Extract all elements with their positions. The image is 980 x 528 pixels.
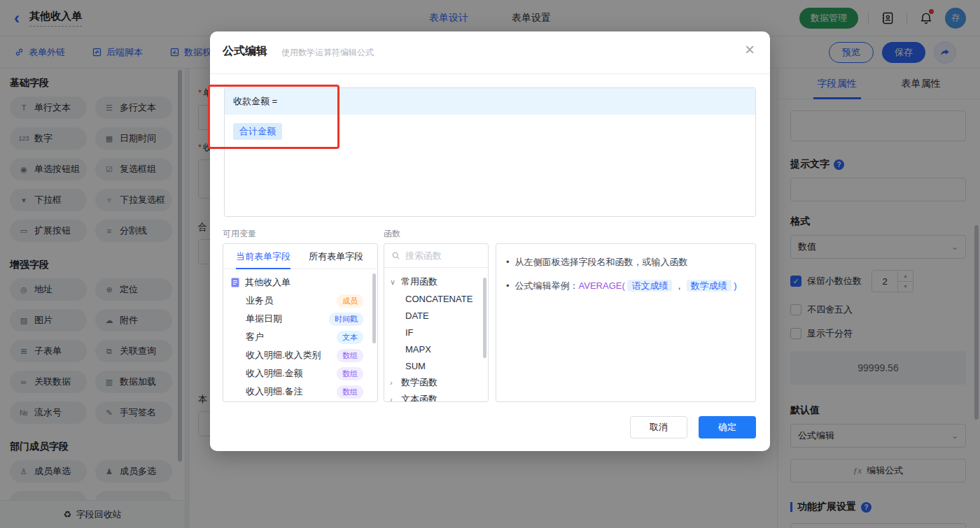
- variable-name: 收入明细.收入类别: [246, 349, 321, 362]
- type-tag: 成员: [337, 294, 363, 308]
- variable-root-row[interactable]: 其他收入单: [230, 273, 372, 292]
- tip-text: 从左侧面板选择字段名和函数，或输入函数: [515, 255, 688, 269]
- function-item[interactable]: CONCATENATE: [390, 290, 484, 307]
- functions-tree: ∨ 常用函数 CONCATENATE DATE IF MAPX SUM › 数学…: [384, 268, 488, 402]
- formula-target: 收款金额 =: [233, 95, 277, 108]
- function-item[interactable]: MAPX: [390, 341, 484, 357]
- example-field-chip: 语文成绩: [627, 280, 672, 292]
- formula-field-chip[interactable]: 合计金额: [233, 123, 282, 140]
- form-doc-icon: [230, 278, 240, 287]
- chevron-down-icon: ∨: [390, 278, 397, 287]
- modal-footer: 取消 确定: [630, 416, 756, 438]
- example-function: AVERAGE(: [579, 280, 625, 291]
- type-tag: 文本: [337, 331, 363, 344]
- variables-label: 可用变量: [223, 228, 256, 240]
- functions-label: 函数: [384, 228, 400, 240]
- variable-name: 其他收入单: [245, 276, 290, 289]
- formula-editor-modal: 公式编辑 使用数学运算符编辑公式 × 收款金额 = 合计金额 可用变量 函数 当…: [210, 31, 770, 451]
- function-group-text[interactable]: › 文本函数: [390, 391, 484, 402]
- variable-row[interactable]: 收入明细.金额 数组: [230, 364, 372, 383]
- function-item[interactable]: SUM: [390, 357, 484, 374]
- variables-tabs: 当前表单字段 所有表单字段: [223, 244, 377, 269]
- modal-subtitle: 使用数学运算符编辑公式: [281, 47, 374, 59]
- tab-current-form-fields[interactable]: 当前表单字段: [236, 244, 290, 269]
- function-group-common[interactable]: ∨ 常用函数: [390, 273, 484, 290]
- function-group-math[interactable]: › 数学函数: [390, 374, 484, 391]
- variable-name: 业务员: [246, 294, 273, 307]
- variable-name: 收入明细.备注: [246, 385, 303, 398]
- cancel-button[interactable]: 取消: [630, 416, 687, 438]
- modal-title: 公式编辑: [223, 44, 267, 59]
- chevron-right-icon: ›: [390, 378, 397, 387]
- example-close-paren: ): [734, 280, 736, 291]
- close-icon[interactable]: ×: [745, 41, 755, 58]
- tab-all-form-fields[interactable]: 所有表单字段: [309, 244, 363, 269]
- variable-row[interactable]: 收入明细.收入类别 数组: [230, 346, 372, 364]
- divider: [210, 73, 770, 74]
- tips-panel: • 从左侧面板选择字段名和函数，或输入函数 • 公式编辑举例：AVERAGE( …: [496, 243, 756, 402]
- tip-example: 公式编辑举例：AVERAGE( 语文成绩 ， 数学成绩 ): [515, 279, 737, 293]
- variable-name: 单据日期: [246, 313, 282, 325]
- tip-line-1: • 从左侧面板选择字段名和函数，或输入函数: [506, 255, 744, 269]
- variable-row[interactable]: 客户 文本: [230, 328, 372, 346]
- type-tag: 数组: [337, 385, 363, 399]
- bullet-icon: •: [506, 279, 510, 293]
- chevron-right-icon: ›: [390, 395, 397, 402]
- functions-panel: ∨ 常用函数 CONCATENATE DATE IF MAPX SUM › 数学…: [384, 243, 489, 402]
- functions-scrollbar[interactable]: [483, 278, 486, 358]
- variables-scrollbar[interactable]: [372, 273, 376, 343]
- example-field-chip: 数学成绩: [687, 280, 732, 292]
- confirm-button[interactable]: 确定: [699, 416, 756, 438]
- variable-row[interactable]: 业务员 成员: [230, 292, 372, 310]
- formula-editor[interactable]: 收款金额 = 合计金额: [224, 87, 756, 217]
- variable-row[interactable]: 单据日期 时间戳: [230, 310, 372, 328]
- function-search-input[interactable]: [405, 250, 475, 261]
- group-label: 文本函数: [401, 393, 438, 402]
- group-label: 数学函数: [401, 376, 438, 389]
- formula-expression-area[interactable]: 合计金额: [225, 115, 755, 148]
- type-tag: 数组: [337, 367, 363, 380]
- function-item[interactable]: DATE: [390, 307, 484, 324]
- type-tag: 时间戳: [329, 313, 363, 326]
- tip-line-2: • 公式编辑举例：AVERAGE( 语文成绩 ， 数学成绩 ): [506, 279, 744, 293]
- bullet-icon: •: [506, 255, 510, 269]
- function-item[interactable]: IF: [390, 324, 484, 341]
- variables-tree: 其他收入单 业务员 成员 单据日期 时间戳 客户 文本 收入明细.收入类别 数组: [223, 269, 377, 401]
- variables-panel: 当前表单字段 所有表单字段 其他收入单 业务员 成员 单据日期 时间戳: [223, 243, 378, 402]
- search-icon: [391, 251, 400, 260]
- function-search-row: [384, 244, 488, 268]
- variable-name: 客户: [246, 331, 264, 343]
- variable-name: 收入明细.金额: [246, 367, 303, 380]
- variable-row[interactable]: 收入明细.备注 数组: [230, 383, 372, 401]
- formula-target-row: 收款金额 =: [225, 88, 755, 115]
- group-label: 常用函数: [401, 276, 438, 288]
- app-window: ‹ 其他收入单 表单设计 表单设置 数据管理 存: [0, 0, 980, 528]
- type-tag: 数组: [337, 349, 363, 362]
